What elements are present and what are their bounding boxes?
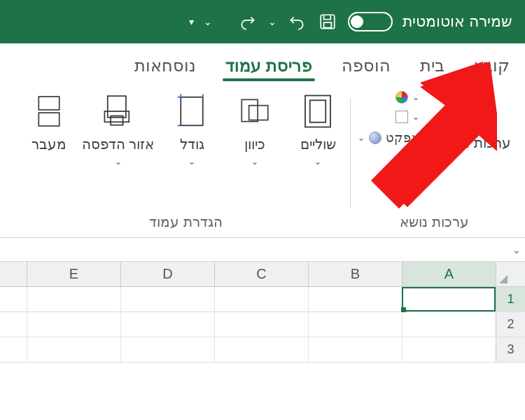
row: 2 [0, 312, 525, 337]
margins-button[interactable]: שוליים ⌄ [293, 91, 343, 167]
cell[interactable] [308, 337, 402, 362]
print-area-label: אזור הדפסה [82, 136, 155, 153]
cell[interactable] [402, 337, 496, 362]
effects-icon [369, 132, 382, 144]
column-header-c[interactable]: C [214, 262, 308, 286]
cell[interactable] [402, 312, 496, 337]
tab-home[interactable]: בית [417, 49, 447, 85]
chevron-down-icon: ⌄ [358, 133, 365, 143]
row-header-3[interactable]: 3 [496, 337, 525, 362]
effects-label: אפקט [386, 130, 419, 146]
svg-rect-4 [242, 99, 258, 121]
chevron-down-icon: ⌄ [188, 157, 195, 167]
save-icon[interactable] [317, 11, 338, 32]
size-icon [172, 91, 212, 132]
formula-bar-expand-icon[interactable]: ⌄ [512, 244, 521, 255]
group-themes-label: ערכות נושא [400, 208, 469, 233]
cell-e1[interactable] [27, 287, 120, 312]
orientation-icon [234, 91, 275, 132]
themes-button-label: ערכות נושא [442, 134, 511, 151]
row-header-2[interactable]: 2 [496, 312, 525, 337]
theme-fonts-button[interactable]: ⌄ [396, 111, 419, 123]
cell[interactable] [308, 312, 402, 337]
ribbon: Aa ערכות נושא⌄ ⌄ ⌄ אפקט⌄ ערכות נושא שולי… [0, 85, 525, 238]
select-all-triangle[interactable] [496, 262, 525, 286]
margins-label: שוליים [300, 136, 336, 153]
cell[interactable] [27, 312, 120, 337]
ribbon-tabs: קובץ בית הוספה פריסת עמוד נוסחאות [0, 43, 525, 85]
svg-rect-1 [323, 22, 331, 28]
theme-effects-button[interactable]: אפקט⌄ [358, 130, 419, 146]
svg-rect-7 [107, 96, 125, 118]
cell[interactable] [27, 337, 120, 362]
cell-b1[interactable] [308, 287, 402, 312]
themes-button[interactable]: Aa ערכות נושא⌄ [432, 91, 511, 151]
undo-dropdown-icon[interactable]: ⌄ [268, 16, 276, 27]
themes-icon: Aa [451, 91, 492, 130]
chevron-down-icon: ⌄ [432, 138, 439, 148]
quickaccess-customize-icon[interactable]: ⌄ [204, 16, 212, 27]
column-header-e[interactable]: E [27, 262, 120, 286]
svg-rect-10 [38, 97, 59, 110]
group-separator [350, 98, 351, 208]
row: 3 [0, 337, 525, 363]
breaks-icon [29, 91, 69, 132]
fonts-icon [396, 111, 408, 123]
colors-icon [396, 91, 408, 104]
quickaccess-overflow-icon[interactable]: ▾ [189, 16, 194, 27]
tab-formulas[interactable]: נוסחאות [132, 49, 199, 85]
chevron-down-icon: ⌄ [251, 157, 258, 167]
redo-icon[interactable] [237, 11, 258, 32]
breaks-label: מעבר [31, 136, 66, 153]
svg-rect-0 [321, 15, 335, 29]
cell-d1[interactable] [120, 287, 214, 312]
column-header-b[interactable]: B [308, 262, 402, 286]
svg-rect-3 [310, 100, 326, 122]
size-label: גודל [180, 136, 204, 153]
group-page-setup: שוליים ⌄ כיוון ⌄ גודל ⌄ אזור הדפסה ⌄ מעב… [22, 91, 351, 233]
spreadsheet-grid: A B C D E 1 2 3 [0, 262, 525, 363]
chevron-down-icon: ⌄ [314, 157, 321, 167]
svg-rect-11 [38, 113, 59, 126]
print-area-icon [98, 91, 139, 132]
row: 1 [0, 287, 525, 312]
autosave-label: שמירה אוטומטית [402, 13, 512, 31]
chevron-down-icon: ⌄ [412, 92, 419, 102]
column-header-d[interactable]: D [120, 262, 214, 286]
group-themes: Aa ערכות נושא⌄ ⌄ ⌄ אפקט⌄ ערכות נושא [351, 91, 518, 233]
tab-file[interactable]: קובץ [471, 49, 512, 85]
autosave-toggle[interactable] [348, 12, 393, 31]
cell-a1[interactable] [402, 287, 496, 312]
orientation-label: כיוון [244, 136, 265, 153]
cell[interactable] [120, 312, 214, 337]
formula-bar[interactable]: ⌄ [0, 238, 525, 262]
size-button[interactable]: גודל ⌄ [167, 91, 217, 167]
svg-rect-5 [249, 106, 268, 120]
group-page-setup-label: הגדרת עמוד [149, 208, 223, 233]
chevron-down-icon: ⌄ [115, 157, 122, 167]
tab-page-layout[interactable]: פריסת עמוד [223, 49, 315, 85]
column-header-a[interactable]: A [402, 262, 496, 286]
chevron-down-icon: ⌄ [412, 112, 419, 122]
margins-icon [298, 91, 338, 132]
breaks-button[interactable]: מעבר [29, 91, 69, 153]
cell[interactable] [120, 337, 214, 362]
row-header-1[interactable]: 1 [496, 287, 525, 312]
svg-rect-6 [181, 97, 204, 126]
cell-c1[interactable] [214, 287, 308, 312]
undo-icon[interactable] [286, 11, 307, 32]
orientation-button[interactable]: כיוון ⌄ [230, 91, 280, 167]
print-area-button[interactable]: אזור הדפסה ⌄ [82, 91, 155, 167]
cell[interactable] [214, 337, 308, 362]
theme-colors-button[interactable]: ⌄ [396, 91, 419, 104]
column-headers: A B C D E [0, 262, 525, 287]
cell[interactable] [214, 312, 308, 337]
title-bar: שמירה אוטומטית ⌄ ⌄ ▾ [0, 0, 525, 43]
tab-insert[interactable]: הוספה [339, 49, 393, 85]
